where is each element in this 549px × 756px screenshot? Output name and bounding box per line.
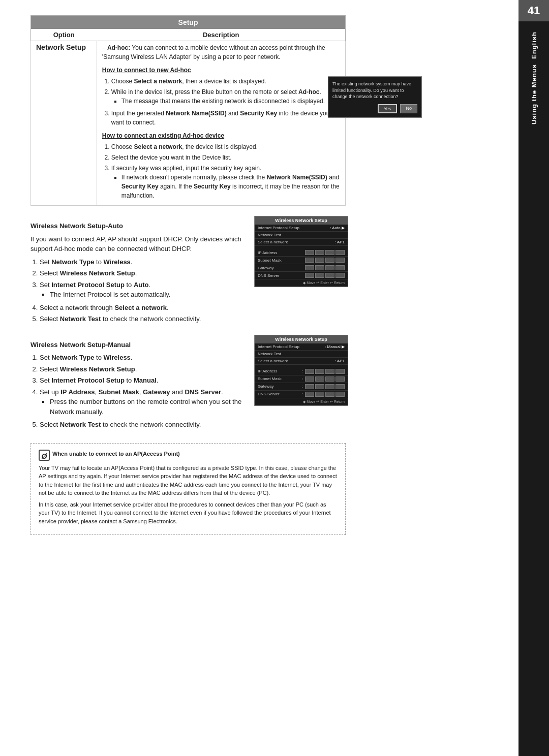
ip-colon: : [302, 369, 303, 374]
ws-manual-ip-label-2: Subnet Mask [258, 376, 302, 381]
ip-block [315, 392, 324, 397]
setup-table: Setup Option Description Network Setup –… [30, 15, 346, 206]
wireless-manual-section: Wireless Network Setup-Manual Set Networ… [30, 335, 498, 433]
wireless-auto-screenshot: Wireless Network Setup Internet Protocol… [254, 216, 348, 327]
ws-manual-value-3: : AP1 [301, 359, 345, 363]
ip-colon: : [302, 376, 303, 382]
wireless-manual-title-text: Wireless Network Setup-Manual [30, 341, 131, 349]
description-cell: – Ad-hoc: You can connect to a mobile de… [97, 41, 345, 206]
wm-step-4-bullet: Press the number buttons on the remote c… [50, 397, 244, 417]
how-existing-adhoc-title: How to connect an existing Ad-hoc device [102, 131, 340, 140]
ip-block [325, 273, 334, 278]
ws-manual-ip-row-2: Subnet Mask : [255, 375, 348, 383]
wireless-manual-title: Wireless Network Setup-Manual [30, 340, 244, 350]
wireless-auto-section: Wireless Network Setup-Auto If you want … [30, 216, 498, 327]
ws-auto-row-1: Internet Protocol Setup : Auto ▶ [255, 225, 348, 232]
ip-block [305, 250, 314, 255]
existing-step-1: Choose Select a network, the device list… [111, 142, 340, 151]
ip-block [305, 273, 314, 278]
page-number: 41 [518, 0, 549, 21]
note-box: Ø When unable to connect to an AP(Access… [30, 443, 346, 536]
ws-manual-ip-label-4: DNS Server [258, 392, 302, 396]
bullet-manual: Press the number buttons on the remote c… [50, 397, 244, 417]
ws-manual-row-3: Select a network : AP1 [255, 358, 348, 365]
ip-block [325, 376, 334, 382]
wireless-auto-title: Wireless Network Setup-Auto [30, 221, 244, 231]
wireless-manual-screenshot: Wireless Network Setup Internet Protocol… [254, 335, 348, 433]
bullet-network-check: If network doesn't operate normally, ple… [121, 173, 340, 200]
existing-step-2: Select the device you want in the Device… [111, 153, 340, 162]
ip-block [315, 250, 324, 255]
wireless-auto-title-text: Wireless Network Setup-Auto [30, 222, 123, 230]
note-icon: Ø [39, 450, 50, 461]
ip-block [315, 258, 324, 263]
ws-auto-ip-blocks-1 [305, 250, 345, 255]
ws-auto-ip-blocks-3 [305, 265, 345, 270]
no-button[interactable]: No [400, 104, 417, 113]
ip-block [336, 250, 345, 255]
ip-block [305, 384, 314, 389]
ws-auto-value-1: : Auto ▶ [301, 226, 345, 230]
ws-manual-ip-label-1: IP Address [258, 369, 302, 373]
ws-auto-label-1: Internet Protocol Setup [258, 226, 301, 230]
table-header-row: Setup [31, 16, 346, 29]
ws-auto-ip-row-2: Subnet Mask [255, 257, 348, 264]
col-header-row: Option Description [31, 29, 346, 41]
ip-block [336, 392, 345, 397]
col-option-header: Option [31, 29, 97, 41]
wireless-auto-steps: Set Network Type to Wireless. Select Wir… [40, 257, 244, 324]
step-3: Input the generated Network Name(SSID) a… [111, 109, 340, 127]
ws-auto-ip-row-4: DNS Server [255, 272, 348, 279]
ws-auto-ip-row-3: Gateway [255, 264, 348, 272]
ip-colon: : [302, 392, 303, 397]
ip-block [325, 258, 334, 263]
how-existing-adhoc-steps: Choose Select a network, the device list… [111, 142, 340, 200]
ws-manual-header: Wireless Network Setup [255, 335, 348, 343]
ws-auto-ip-blocks-2 [305, 258, 345, 263]
wa-step-2: Select Wireless Network Setup. [40, 268, 244, 278]
adhoc-intro: – Ad-hoc: You can connect to a mobile de… [102, 43, 340, 61]
ip-block [315, 384, 324, 389]
dialog-text: The existing network system may have lim… [332, 81, 417, 100]
wireless-auto-intro: If you want to connect AP, AP should sup… [30, 234, 244, 254]
ip-block [336, 384, 345, 389]
ip-block [315, 265, 324, 270]
ip-block [336, 369, 345, 374]
table-title: Setup [31, 16, 346, 29]
ip-block [336, 376, 345, 382]
ws-manual-row-1: Internet Protocol Setup : Manual ▶ [255, 343, 348, 351]
col-description-header: Description [97, 29, 345, 41]
wm-step-5: Select Network Test to check the network… [40, 420, 244, 430]
ws-manual-value-1: : Manual ▶ [301, 344, 345, 349]
ws-manual-label-2: Network Test [258, 352, 301, 356]
bullet-disconnected: The message that means the existing netw… [121, 97, 340, 106]
ws-manual-ip-blocks-2: : [302, 376, 345, 382]
ws-auto-box: Wireless Network Setup Internet Protocol… [254, 216, 348, 287]
ip-block [336, 258, 345, 263]
ip-colon: : [302, 384, 303, 389]
wireless-manual-steps: Set Network Type to Wireless. Select Wir… [40, 353, 244, 430]
ws-manual-ip-blocks-1: : [302, 369, 345, 374]
wm-step-1: Set Network Type to Wireless. [40, 353, 244, 363]
option-cell: Network Setup [31, 41, 97, 206]
step-2: While in the device list, press the Blue… [111, 87, 340, 106]
ws-auto-value-3: : AP1 [301, 240, 345, 244]
ws-manual-ip-label-3: Gateway [258, 384, 302, 389]
ip-block [325, 369, 334, 374]
wm-step-4: Set up IP Address, Subnet Mask, Gateway … [40, 387, 244, 417]
ws-auto-ip-label-1: IP Address [258, 250, 305, 255]
ws-auto-row-2: Network Test [255, 232, 348, 239]
ip-block [305, 392, 314, 397]
ip-block [336, 273, 345, 278]
ws-manual-footer: ◆ Move ↵ Enter ↩ Return [255, 398, 348, 405]
main-content: Setup Option Description Network Setup –… [0, 0, 518, 756]
ip-block [325, 250, 334, 255]
ws-manual-box: Wireless Network Setup Internet Protocol… [254, 335, 348, 406]
page-container: Setup Option Description Network Setup –… [0, 0, 549, 756]
dialog-buttons: Yes No [332, 104, 417, 113]
note-header: Ø When unable to connect to an AP(Access… [39, 450, 338, 461]
wm-step-2: Select Wireless Network Setup. [40, 364, 244, 374]
ip-block [325, 392, 334, 397]
wa-step-3-bullet: The Internet Protocol is set automatical… [50, 290, 244, 300]
yes-button[interactable]: Yes [378, 104, 398, 113]
